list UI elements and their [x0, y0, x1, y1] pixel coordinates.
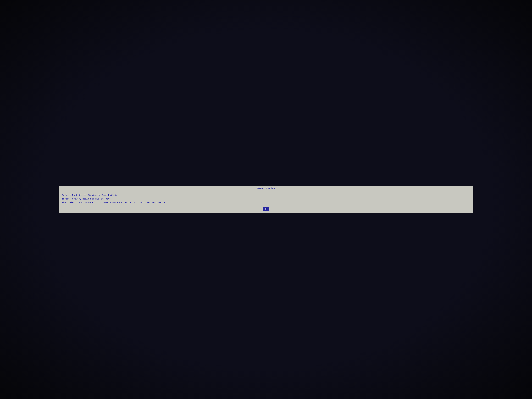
- dialog-title: Setup Notice: [59, 186, 473, 191]
- message-line-2: Insert Recovery Media and Hit any key: [62, 197, 470, 201]
- message-line-1: Default Boot Device Missing or Boot Fail…: [62, 194, 470, 197]
- ok-button-wrapper: [OK]: [262, 208, 270, 210]
- message-line-3: Then Select 'Boot Manager' to choose a n…: [62, 201, 470, 204]
- ok-button[interactable]: OK: [263, 207, 269, 211]
- bracket-right: ]: [269, 208, 270, 210]
- dialog-footer: [OK]: [59, 206, 473, 213]
- bracket-left: [: [262, 208, 263, 210]
- dialog-body: Default Boot Device Missing or Boot Fail…: [59, 191, 473, 206]
- setup-notice-dialog: Setup Notice Default Boot Device Missing…: [59, 186, 474, 213]
- bios-screen: Setup Notice Default Boot Device Missing…: [0, 0, 532, 399]
